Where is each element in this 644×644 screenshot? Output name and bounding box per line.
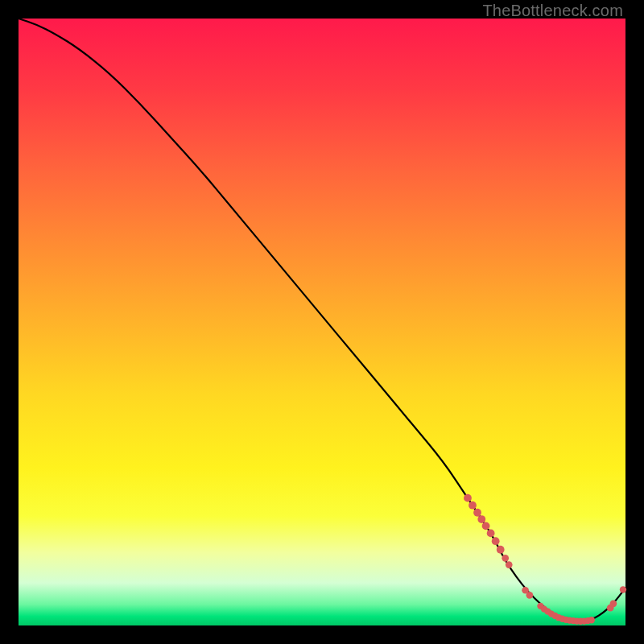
marker-dot xyxy=(497,546,505,554)
marker-dot xyxy=(473,509,481,517)
marker-dot xyxy=(464,494,472,502)
marker-dot xyxy=(526,592,534,599)
chart-plot-area xyxy=(19,19,625,625)
marker-dot xyxy=(469,502,477,510)
marker-dot xyxy=(487,529,495,537)
chart-frame: TheBottleneck.com xyxy=(0,0,644,644)
chart-svg xyxy=(19,19,625,625)
marker-dot xyxy=(502,555,509,562)
marker-dot xyxy=(482,522,490,530)
marker-cluster xyxy=(464,494,626,625)
marker-dot xyxy=(506,561,513,568)
bottleneck-curve xyxy=(19,19,625,621)
watermark-text: TheBottleneck.com xyxy=(482,2,623,20)
marker-dot xyxy=(610,601,617,608)
marker-dot xyxy=(620,586,626,592)
marker-dot xyxy=(492,537,500,545)
marker-dot xyxy=(588,617,595,623)
marker-dot xyxy=(477,515,485,523)
